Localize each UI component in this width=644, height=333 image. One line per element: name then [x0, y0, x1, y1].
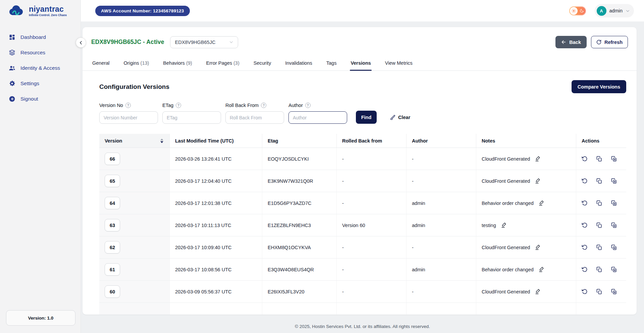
sidebar-item-identity-access[interactable]: Identity & Access: [0, 60, 80, 76]
moon-icon: [580, 8, 584, 13]
copy-plus-icon[interactable]: [611, 178, 617, 184]
edit-note-icon[interactable]: [535, 289, 541, 294]
sidebar-nav: Dashboard Resources Identity & Access Se…: [0, 30, 80, 107]
version-chip[interactable]: 61: [105, 263, 120, 276]
distribution-title: EDX8V9HGB65JC - Active: [91, 39, 164, 46]
copy-plus-icon[interactable]: [611, 267, 617, 272]
tab-tags[interactable]: Tags: [326, 56, 337, 70]
clear-button[interactable]: Clear: [390, 111, 410, 124]
rollback-icon[interactable]: [582, 244, 587, 250]
edit-note-icon[interactable]: [535, 244, 541, 250]
tab-invalidations[interactable]: Invalidations: [284, 56, 313, 70]
table-body: 66 2026-03-26 13:26:41 UTC EOQYJOSDLCYKI…: [99, 148, 626, 303]
cell-author: admin: [407, 259, 476, 280]
tab-general[interactable]: General: [92, 56, 110, 70]
edit-note-icon[interactable]: [535, 178, 541, 184]
tab-behaviors[interactable]: Behaviors (9): [162, 56, 193, 70]
filter-label: Version No: [99, 103, 123, 108]
cell-notes: CloudFront Generated: [476, 281, 576, 302]
back-button[interactable]: Back: [555, 36, 587, 48]
copy-icon[interactable]: [596, 200, 602, 206]
version-chip[interactable]: 63: [105, 219, 120, 231]
copy-plus-icon[interactable]: [611, 244, 617, 250]
copy-icon[interactable]: [596, 178, 602, 184]
copyright-footer: © 2025, Hostin Services Pvt. Ltd. or its…: [81, 324, 644, 329]
rollback-icon[interactable]: [582, 222, 587, 228]
cell-notes: Behavior order changed: [476, 259, 576, 280]
tab-error-pages[interactable]: Error Pages (3): [206, 56, 240, 70]
cell-actions: [576, 214, 626, 236]
cell-actions: [576, 236, 626, 258]
help-icon[interactable]: ?: [305, 103, 311, 108]
filter-input[interactable]: [162, 111, 221, 124]
cell-etag: EHXM8Q1OCYKVA: [262, 236, 337, 258]
copy-icon[interactable]: [596, 156, 602, 162]
help-icon[interactable]: ?: [261, 103, 266, 108]
tab-view-metrics[interactable]: View Metrics: [384, 56, 413, 70]
tab-origins[interactable]: Origins (13): [123, 56, 150, 70]
version-chip[interactable]: 65: [105, 175, 120, 187]
filter-group-author: Author ?: [288, 103, 347, 124]
sidebar-item-label: Settings: [20, 80, 39, 87]
cell-etag: E3Q3W4O8EUS4QR: [262, 259, 337, 280]
sidebar-collapse-button[interactable]: [76, 38, 86, 48]
filter-input[interactable]: [99, 111, 158, 124]
sidebar-item-signout[interactable]: Signout: [0, 91, 80, 107]
arrow-left-icon: [561, 40, 566, 45]
chevron-down-icon: [626, 9, 630, 13]
filter-input[interactable]: [225, 111, 284, 124]
sidebar-item-settings[interactable]: Settings: [0, 76, 80, 91]
refresh-button[interactable]: Refresh: [591, 36, 628, 48]
edit-note-icon[interactable]: [535, 156, 541, 162]
cell-actions: [576, 281, 626, 302]
tab-security[interactable]: Security: [253, 56, 272, 70]
rollback-icon[interactable]: [582, 267, 587, 272]
copy-plus-icon[interactable]: [611, 289, 617, 294]
filter-input[interactable]: [288, 111, 347, 124]
sidebar-item-resources[interactable]: Resources: [0, 45, 80, 60]
edit-note-icon[interactable]: [539, 200, 544, 206]
cell-author: -: [407, 281, 476, 302]
theme-toggle[interactable]: [569, 6, 586, 15]
cell-rolled-back: -: [337, 170, 407, 192]
edit-note-icon[interactable]: [501, 222, 507, 228]
copy-plus-icon[interactable]: [611, 156, 617, 162]
sort-icon[interactable]: [160, 138, 164, 143]
version-chip[interactable]: 66: [105, 153, 120, 165]
filter-label: Roll Back From: [225, 103, 259, 108]
copy-icon[interactable]: [596, 289, 602, 294]
user-menu[interactable]: A admin: [595, 4, 634, 17]
filter-group-etag: ETag ?: [162, 103, 221, 124]
rollback-icon[interactable]: [582, 156, 587, 162]
sidebar-item-dashboard[interactable]: Dashboard: [0, 30, 80, 45]
help-icon[interactable]: ?: [176, 103, 181, 108]
column-header-rolled-back: Rolled Back from: [337, 134, 407, 148]
sidebar-item-label: Resources: [20, 50, 45, 56]
cell-rolled-back: -: [337, 236, 407, 258]
copy-plus-icon[interactable]: [611, 200, 617, 206]
copy-plus-icon[interactable]: [611, 222, 617, 228]
rollback-icon[interactable]: [582, 289, 587, 294]
table-row: 63 2026-03-17 10:11:13 UTC E1ZEZBLFN9EHC…: [99, 214, 626, 236]
rollback-icon[interactable]: [582, 178, 587, 184]
version-chip[interactable]: 60: [105, 285, 120, 298]
table-row: 60 2026-03-09 05:56:37 UTC E26IXI5JFL3V2…: [99, 281, 626, 303]
copy-icon[interactable]: [596, 244, 602, 250]
compare-versions-button[interactable]: Compare Versions: [572, 80, 626, 93]
cell-notes: Behavior order changed: [476, 192, 576, 214]
distribution-select[interactable]: EDX8V9HGB65JC: [170, 36, 238, 48]
copy-icon[interactable]: [596, 267, 602, 272]
column-header-modified: Last Modified Time (UTC): [170, 134, 262, 148]
version-chip[interactable]: 64: [105, 197, 120, 209]
edit-note-icon[interactable]: [539, 267, 544, 272]
layers-icon: [9, 49, 15, 56]
rollback-icon[interactable]: [582, 200, 587, 206]
refresh-button-label: Refresh: [604, 40, 623, 45]
find-button[interactable]: Find: [356, 111, 377, 124]
copy-icon[interactable]: [596, 222, 602, 228]
tab-versions[interactable]: Versions: [350, 56, 371, 70]
filter-label: Author: [288, 103, 303, 108]
toggle-knob: [570, 7, 578, 15]
version-chip[interactable]: 62: [105, 241, 120, 254]
help-icon[interactable]: ?: [125, 103, 131, 108]
